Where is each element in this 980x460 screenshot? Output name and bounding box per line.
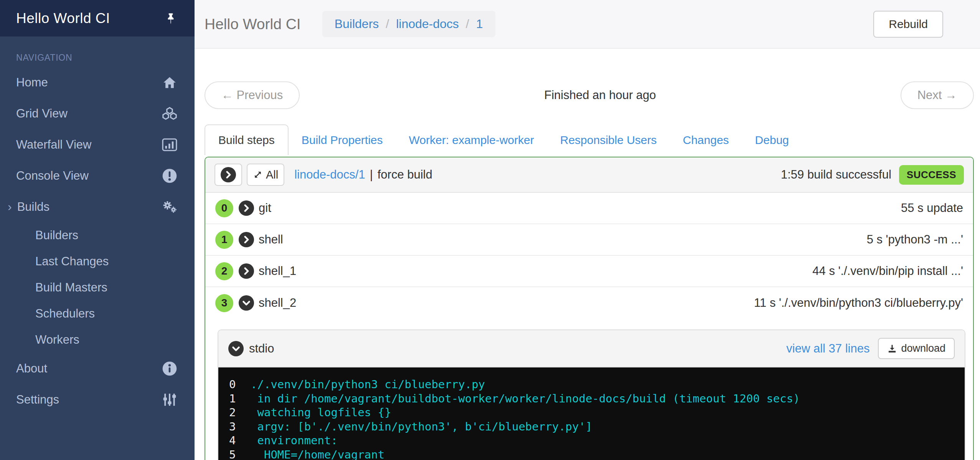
sidebar-item-build-masters[interactable]: Build Masters: [0, 275, 195, 301]
breadcrumb: Builders / linode-docs / 1: [322, 11, 495, 37]
log-line: 2 watching logfiles {}: [229, 405, 954, 420]
chevron-right-icon[interactable]: ›: [8, 200, 12, 214]
sidebar-item-settings[interactable]: Settings: [0, 384, 195, 415]
status-badge: SUCCESS: [899, 165, 964, 185]
log-line-number[interactable]: 3: [229, 420, 251, 434]
step-number-badge: 3: [215, 294, 233, 312]
builder-build-link[interactable]: linode-docs/1: [294, 168, 365, 182]
breadcrumb-builders-link[interactable]: Builders: [335, 17, 379, 31]
previous-build-button[interactable]: ← Previous: [205, 81, 300, 109]
view-all-lines-link[interactable]: view all 37 lines: [786, 342, 869, 356]
sidebar-item-waterfall-view[interactable]: Waterfall View: [0, 129, 195, 160]
pin-icon[interactable]: [165, 12, 177, 25]
sidebar-item-label: Schedulers: [35, 307, 95, 321]
chevron-down-circle-icon[interactable]: [228, 341, 244, 356]
log-line-number[interactable]: 4: [229, 434, 251, 448]
breadcrumb-build-number-link[interactable]: 1: [476, 17, 483, 31]
page-title: Hello World CI: [205, 16, 301, 33]
log-line: 4 environment:: [229, 434, 954, 448]
waterfall-chart-icon: [162, 137, 178, 153]
chevron-right-circle-icon[interactable]: [239, 263, 254, 279]
log-line-number[interactable]: 1: [229, 392, 251, 406]
log-line-text: in dir /home/vagrant/buildbot-worker/wor…: [251, 392, 800, 406]
tab-build-steps[interactable]: Build steps: [205, 124, 289, 155]
sidebar-item-label: Build Masters: [35, 281, 107, 295]
log-line-number[interactable]: 0: [229, 377, 251, 392]
step-row-shell-2[interactable]: 3 shell_2 11 s './.venv/bin/python3 ci/b…: [205, 287, 973, 319]
sidebar-header: Hello World CI: [0, 0, 195, 36]
tab-build-properties[interactable]: Build Properties: [289, 125, 396, 155]
log-line-number[interactable]: 5: [229, 448, 251, 460]
app-title[interactable]: Hello World CI: [16, 10, 110, 26]
sidebar-item-home[interactable]: Home: [0, 67, 195, 98]
breadcrumb-separator: /: [466, 17, 469, 31]
exclamation-circle-icon: [162, 168, 178, 184]
log-line-text: environment:: [251, 434, 338, 448]
chevron-right-circle-icon[interactable]: [239, 200, 254, 216]
page-header: Hello World CI Builders / linode-docs / …: [195, 0, 980, 49]
build-panel-heading: All linode-docs/1 | force build 1:59 bui…: [205, 157, 973, 193]
download-label: download: [901, 343, 945, 354]
main-area: Hello World CI Builders / linode-docs / …: [195, 0, 980, 460]
step-name: git: [259, 201, 271, 215]
download-icon: [887, 344, 897, 354]
chevron-right-circle-icon: [221, 167, 236, 182]
sidebar-item-console-view[interactable]: Console View: [0, 160, 195, 191]
sidebar-item-label: Last Changes: [35, 255, 109, 268]
log-line-text: watching logfiles {}: [251, 405, 391, 420]
log-line-number[interactable]: 2: [229, 405, 251, 420]
breadcrumb-builder-link[interactable]: linode-docs: [396, 17, 459, 31]
step-name: shell: [259, 233, 283, 247]
sliders-icon: [162, 392, 178, 408]
step-row-shell-1[interactable]: 2 shell_1 44 s './.venv/bin/pip install …: [205, 256, 973, 287]
log-line-text: ./.venv/bin/python3 ci/blueberry.py: [251, 377, 485, 392]
step-row-git[interactable]: 0 git 55 s update: [205, 193, 973, 224]
sidebar-item-workers[interactable]: Workers: [0, 327, 195, 353]
build-summary-panel: All linode-docs/1 | force build 1:59 bui…: [205, 157, 974, 460]
expand-all-button[interactable]: All: [247, 164, 284, 186]
sidebar-item-label: Builds: [17, 200, 49, 214]
build-summary-right: 1:59 build successful SUCCESS: [781, 165, 964, 185]
step-number-badge: 1: [215, 231, 233, 249]
log-line: 0./.venv/bin/python3 ci/blueberry.py: [229, 377, 954, 392]
build-finished-status: Finished an hour ago: [300, 88, 900, 102]
rebuild-button[interactable]: Rebuild: [873, 11, 943, 38]
tab-responsible-users[interactable]: Responsible Users: [547, 125, 670, 155]
sidebar-item-builders[interactable]: Builders: [0, 222, 195, 248]
sidebar-item-about[interactable]: About: [0, 353, 195, 384]
log-line-text: argv: [b'./.venv/bin/python3', b'ci/blue…: [251, 420, 592, 434]
sidebar-item-label: Waterfall View: [16, 138, 91, 152]
log-line: 1 in dir /home/vagrant/buildbot-worker/w…: [229, 392, 954, 406]
sidebar-item-schedulers[interactable]: Schedulers: [0, 301, 195, 327]
step-detail: 44 s './.venv/bin/pip install ...': [812, 264, 963, 278]
step-number-badge: 2: [215, 262, 233, 280]
sidebar-item-grid-view[interactable]: Grid View: [0, 98, 195, 129]
sidebar-item-last-changes[interactable]: Last Changes: [0, 248, 195, 275]
log-line: 3 argv: [b'./.venv/bin/python3', b'ci/bl…: [229, 420, 954, 434]
build-duration-status: 1:59 build successful: [781, 168, 891, 182]
sidebar-item-label: Grid View: [16, 107, 68, 121]
reason-separator: |: [370, 168, 373, 182]
log-line: 5 HOME=/home/vagrant: [229, 448, 954, 460]
content: ← Previous Finished an hour ago Next → B…: [195, 49, 980, 460]
step-name: shell_1: [259, 264, 296, 278]
step-detail: 55 s update: [901, 201, 963, 215]
download-button[interactable]: download: [878, 338, 955, 359]
step-detail: 11 s './.venv/bin/python3 ci/blueberry.p…: [754, 296, 963, 310]
sidebar-item-label: Home: [16, 76, 48, 89]
next-build-button[interactable]: Next →: [901, 81, 974, 109]
sidebar-item-label: Builders: [35, 228, 78, 242]
stdio-actions: view all 37 lines download: [786, 338, 955, 359]
chevron-down-circle-icon[interactable]: [239, 295, 254, 311]
sidebar-item-label: Workers: [35, 333, 79, 347]
tab-debug[interactable]: Debug: [742, 125, 802, 155]
tab-worker[interactable]: Worker: example-worker: [396, 125, 547, 155]
stdio-log-panel: stdio view all 37 lines download 0./.ven…: [218, 329, 965, 460]
tab-changes[interactable]: Changes: [670, 125, 742, 155]
sidebar-item-builds[interactable]: › Builds: [0, 191, 195, 222]
step-expansion: stdio view all 37 lines download 0./.ven…: [205, 319, 973, 460]
chevron-right-circle-icon[interactable]: [239, 232, 254, 247]
step-row-shell[interactable]: 1 shell 5 s 'python3 -m ...': [205, 224, 973, 256]
collapse-toggle-button[interactable]: [214, 164, 242, 186]
info-circle-icon: [162, 361, 178, 377]
